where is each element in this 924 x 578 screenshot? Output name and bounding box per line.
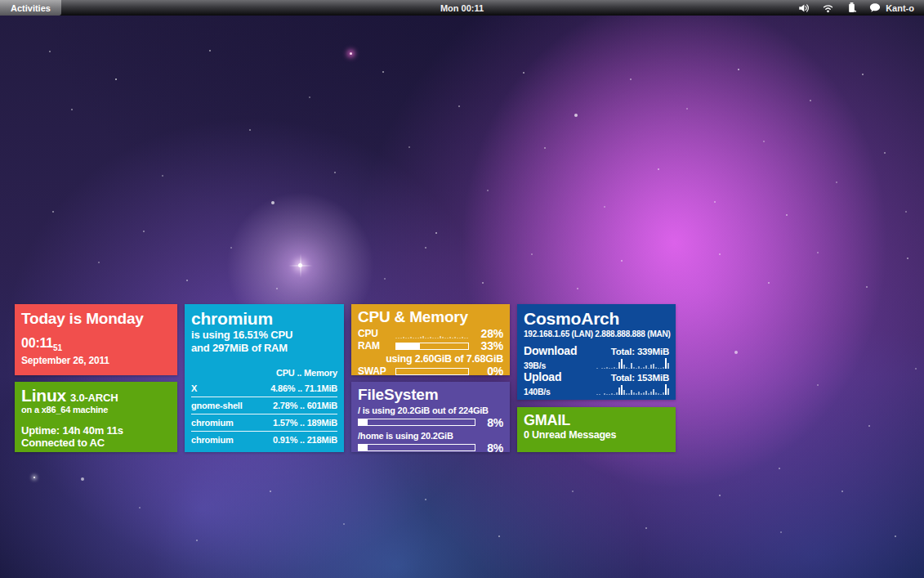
ip-addresses: 192.168.1.65 (LAN) 2.888.888.888 (MAN) — [524, 329, 669, 338]
cpu-memory-title: CPU & Memory — [358, 308, 503, 327]
table-row: chromium 0.91% .. 218MiB — [191, 431, 337, 448]
process-name: gnome-shell — [191, 401, 243, 410]
machine-arch: on a x86_64 machine — [21, 405, 171, 414]
download-row: Download Total: 339MiB — [524, 344, 669, 357]
current-date: September 26, 2011 — [21, 355, 171, 366]
swap-meter: SWAP 0% — [358, 365, 503, 378]
current-time: 00:1151 — [21, 335, 171, 353]
process-stats: 4.86% .. 71.1MiB — [270, 383, 337, 393]
table-row: gnome-shell 2.78% .. 601MiB — [191, 397, 337, 414]
process-table: CPU .. Memory X 4.86% .. 71.1MiB gnome-s… — [191, 368, 337, 448]
battery-icon[interactable] — [846, 2, 857, 14]
desktop: Activities Mon 00:11 — [0, 0, 924, 578]
root-meter: 8% — [358, 417, 503, 428]
root-bar — [358, 419, 475, 426]
upload-rate: 140B/s — [524, 387, 551, 397]
wifi-icon[interactable] — [822, 2, 834, 13]
cpu-meter: CPU 28% — [358, 328, 503, 340]
top-bar: Activities Mon 00:11 — [0, 0, 924, 16]
cpu-label: CPU — [358, 328, 391, 339]
status-area: Kant-o — [797, 2, 924, 14]
top-process-cpu: is using 16.51% CPU — [191, 329, 337, 342]
gmail-title: GMAIL — [524, 413, 669, 429]
kernel-version: 3.0-ARCH — [70, 392, 118, 404]
process-stats: 2.78% .. 601MiB — [273, 401, 337, 410]
home-usage-text: /home is using 20.2GiB — [358, 430, 503, 441]
root-percent: 8% — [480, 416, 503, 429]
time-seconds: 51 — [53, 343, 62, 352]
filesystem-title: FileSystem — [358, 386, 503, 405]
upload-rate-row: 140B/s — [524, 383, 669, 397]
swap-percent: 0% — [474, 365, 503, 378]
process-name: chromium — [191, 418, 234, 428]
process-name: X — [191, 383, 197, 393]
chat-bubble-icon — [869, 2, 881, 13]
top-process-ram: and 297MiB of RAM — [191, 342, 337, 355]
volume-icon[interactable] — [797, 2, 810, 14]
user-menu[interactable]: Kant-o — [869, 2, 914, 13]
upload-label: Upload — [524, 370, 561, 383]
home-meter: 8% — [358, 442, 503, 454]
process-name: chromium — [191, 435, 234, 445]
download-rate: 39B/s — [524, 361, 546, 370]
process-table-header: CPU .. Memory — [191, 368, 337, 380]
swap-label: SWAP — [358, 365, 391, 377]
cpu-memory-widget: CPU & Memory CPU 28% RAM 33% using 2.60G… — [351, 304, 510, 375]
process-stats: 1.57% .. 189MiB — [273, 418, 337, 428]
hostname: CosmoArch — [524, 308, 669, 329]
root-usage-text: / is using 20.2GiB out of 224GiB — [358, 405, 503, 416]
network-widget: CosmoArch 192.168.1.65 (LAN) 2.888.888.8… — [517, 304, 676, 400]
download-rate-row: 39B/s — [524, 357, 669, 370]
gmail-unread-status: 0 Unread Messages — [524, 429, 669, 441]
upload-total: Total: 153MiB — [611, 373, 669, 383]
system-title: Linux 3.0-ARCH — [21, 386, 171, 405]
bright-star — [298, 263, 302, 267]
clock[interactable]: Mon 00:11 — [0, 3, 924, 13]
download-graph — [578, 357, 669, 369]
clock-widget: Today is Monday 00:1151 September 26, 20… — [15, 304, 177, 375]
home-bar — [358, 444, 475, 451]
ram-bar — [395, 343, 469, 350]
ram-label: RAM — [358, 340, 391, 352]
upload-row: Upload Total: 153MiB — [524, 370, 669, 383]
small-star — [33, 477, 35, 478]
magenta-star — [350, 52, 352, 55]
download-label: Download — [524, 344, 577, 357]
time-value: 00:11 — [21, 336, 53, 350]
cpu-history-graph — [395, 329, 469, 338]
wallpaper — [0, 0, 924, 578]
system-info-widget: Linux 3.0-ARCH on a x86_64 machine Uptim… — [15, 382, 177, 452]
os-name: Linux — [21, 386, 66, 405]
download-total: Total: 339MiB — [611, 347, 669, 356]
upload-graph — [578, 383, 669, 395]
uptime: Uptime: 14h 40m 11s — [21, 424, 171, 437]
home-percent: 8% — [480, 441, 503, 455]
cpu-percent: 28% — [474, 327, 503, 340]
today-title: Today is Monday — [21, 310, 171, 329]
power-status: Connected to AC — [21, 437, 171, 449]
ram-meter: RAM 33% — [358, 340, 503, 352]
ram-percent: 33% — [474, 339, 503, 352]
ram-usage-text: using 2.60GiB of 7.68GiB — [358, 352, 503, 365]
top-process-name: chromium — [191, 308, 337, 329]
table-row: X 4.86% .. 71.1MiB — [191, 380, 337, 397]
swap-bar — [395, 368, 469, 375]
filesystem-widget: FileSystem / is using 20.2GiB out of 224… — [351, 382, 510, 452]
gmail-widget: GMAIL 0 Unread Messages — [517, 407, 676, 452]
username: Kant-o — [886, 3, 914, 13]
process-stats: 0.91% .. 218MiB — [273, 435, 337, 445]
top-processes-widget: chromium is using 16.51% CPU and 297MiB … — [185, 304, 344, 452]
table-row: chromium 1.57% .. 189MiB — [191, 414, 337, 431]
